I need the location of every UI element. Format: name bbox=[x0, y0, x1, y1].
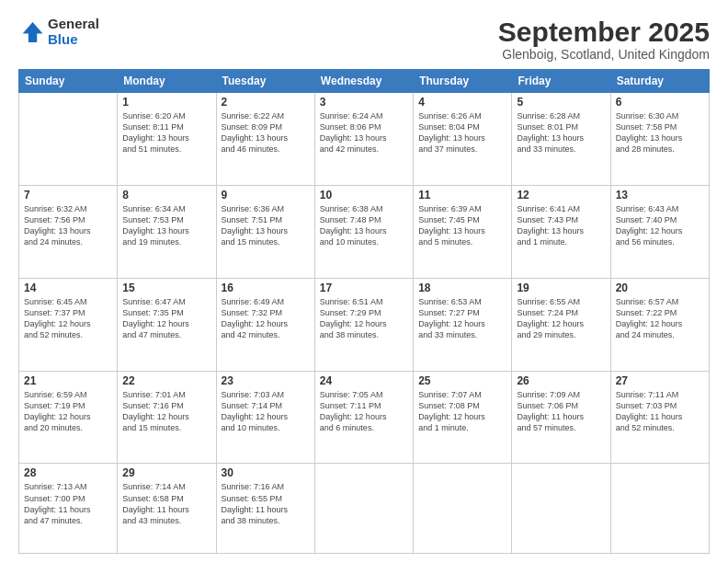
day-info: Sunrise: 7:07 AMSunset: 7:08 PMDaylight:… bbox=[418, 389, 506, 434]
logo-general: General bbox=[48, 17, 99, 32]
day-number: 15 bbox=[122, 282, 210, 294]
col-thursday: Thursday bbox=[414, 70, 512, 93]
location: Glenboig, Scotland, United Kingdom bbox=[498, 47, 710, 62]
table-row: 21Sunrise: 6:59 AMSunset: 7:19 PMDayligh… bbox=[19, 371, 118, 464]
calendar-header-row: Sunday Monday Tuesday Wednesday Thursday… bbox=[19, 70, 710, 93]
day-number: 14 bbox=[24, 282, 112, 294]
logo: General Blue bbox=[18, 17, 99, 47]
day-number: 19 bbox=[517, 282, 605, 294]
logo-icon bbox=[18, 19, 44, 45]
table-row bbox=[414, 464, 512, 554]
day-number: 29 bbox=[122, 466, 210, 479]
day-number: 28 bbox=[24, 466, 112, 479]
table-row: 2Sunrise: 6:22 AMSunset: 8:09 PMDaylight… bbox=[216, 93, 314, 186]
table-row: 5Sunrise: 6:28 AMSunset: 8:01 PMDaylight… bbox=[512, 93, 610, 186]
day-info: Sunrise: 6:20 AMSunset: 8:11 PMDaylight:… bbox=[122, 110, 210, 155]
table-row: 24Sunrise: 7:05 AMSunset: 7:11 PMDayligh… bbox=[314, 371, 413, 464]
month-title: September 2025 bbox=[498, 17, 710, 47]
day-number: 1 bbox=[122, 96, 210, 109]
day-number: 16 bbox=[222, 282, 310, 294]
day-info: Sunrise: 6:41 AMSunset: 7:43 PMDaylight:… bbox=[517, 203, 605, 248]
day-info: Sunrise: 6:30 AMSunset: 7:58 PMDaylight:… bbox=[616, 110, 704, 155]
svg-marker-0 bbox=[23, 22, 43, 42]
day-info: Sunrise: 6:45 AMSunset: 7:37 PMDaylight:… bbox=[24, 296, 112, 341]
day-number: 22 bbox=[122, 374, 210, 387]
day-info: Sunrise: 6:36 AMSunset: 7:51 PMDaylight:… bbox=[222, 203, 310, 248]
header: General Blue September 2025 Glenboig, Sc… bbox=[18, 17, 710, 62]
col-monday: Monday bbox=[118, 70, 216, 93]
day-number: 4 bbox=[418, 96, 506, 109]
table-row: 19Sunrise: 6:55 AMSunset: 7:24 PMDayligh… bbox=[512, 278, 610, 371]
calendar-table: Sunday Monday Tuesday Wednesday Thursday… bbox=[18, 69, 710, 554]
day-info: Sunrise: 7:05 AMSunset: 7:11 PMDaylight:… bbox=[320, 389, 408, 434]
day-number: 7 bbox=[24, 189, 112, 201]
day-info: Sunrise: 7:11 AMSunset: 7:03 PMDaylight:… bbox=[616, 389, 704, 434]
day-number: 3 bbox=[320, 96, 408, 109]
day-info: Sunrise: 7:16 AMSunset: 6:55 PMDaylight:… bbox=[222, 481, 310, 526]
day-info: Sunrise: 6:38 AMSunset: 7:48 PMDaylight:… bbox=[320, 203, 408, 248]
table-row: 30Sunrise: 7:16 AMSunset: 6:55 PMDayligh… bbox=[216, 464, 314, 554]
day-number: 13 bbox=[616, 189, 704, 201]
day-info: Sunrise: 6:28 AMSunset: 8:01 PMDaylight:… bbox=[517, 110, 605, 155]
day-number: 6 bbox=[616, 96, 704, 109]
day-info: Sunrise: 7:14 AMSunset: 6:58 PMDaylight:… bbox=[122, 481, 210, 526]
day-info: Sunrise: 6:51 AMSunset: 7:29 PMDaylight:… bbox=[320, 296, 408, 341]
day-info: Sunrise: 6:32 AMSunset: 7:56 PMDaylight:… bbox=[24, 203, 112, 248]
page: General Blue September 2025 Glenboig, Sc… bbox=[0, 0, 728, 563]
col-wednesday: Wednesday bbox=[314, 70, 413, 93]
day-info: Sunrise: 6:53 AMSunset: 7:27 PMDaylight:… bbox=[418, 296, 506, 341]
table-row: 20Sunrise: 6:57 AMSunset: 7:22 PMDayligh… bbox=[610, 278, 709, 371]
day-number: 12 bbox=[517, 189, 605, 201]
day-info: Sunrise: 6:47 AMSunset: 7:35 PMDaylight:… bbox=[122, 296, 210, 341]
day-info: Sunrise: 7:03 AMSunset: 7:14 PMDaylight:… bbox=[222, 389, 310, 434]
day-info: Sunrise: 6:49 AMSunset: 7:32 PMDaylight:… bbox=[222, 296, 310, 341]
table-row: 14Sunrise: 6:45 AMSunset: 7:37 PMDayligh… bbox=[19, 278, 118, 371]
day-number: 23 bbox=[222, 374, 310, 387]
table-row bbox=[610, 464, 709, 554]
day-number: 2 bbox=[222, 96, 310, 109]
day-info: Sunrise: 6:39 AMSunset: 7:45 PMDaylight:… bbox=[418, 203, 506, 248]
logo-blue: Blue bbox=[48, 32, 99, 48]
table-row: 1Sunrise: 6:20 AMSunset: 8:11 PMDaylight… bbox=[118, 93, 216, 186]
day-number: 30 bbox=[222, 466, 310, 479]
day-info: Sunrise: 6:24 AMSunset: 8:06 PMDaylight:… bbox=[320, 110, 408, 155]
table-row: 12Sunrise: 6:41 AMSunset: 7:43 PMDayligh… bbox=[512, 185, 610, 278]
table-row: 27Sunrise: 7:11 AMSunset: 7:03 PMDayligh… bbox=[610, 371, 709, 464]
table-row: 15Sunrise: 6:47 AMSunset: 7:35 PMDayligh… bbox=[118, 278, 216, 371]
day-info: Sunrise: 6:34 AMSunset: 7:53 PMDaylight:… bbox=[122, 203, 210, 248]
col-tuesday: Tuesday bbox=[216, 70, 314, 93]
table-row: 7Sunrise: 6:32 AMSunset: 7:56 PMDaylight… bbox=[19, 185, 118, 278]
day-info: Sunrise: 7:01 AMSunset: 7:16 PMDaylight:… bbox=[122, 389, 210, 434]
table-row: 28Sunrise: 7:13 AMSunset: 7:00 PMDayligh… bbox=[19, 464, 118, 554]
table-row: 16Sunrise: 6:49 AMSunset: 7:32 PMDayligh… bbox=[216, 278, 314, 371]
day-number: 9 bbox=[222, 189, 310, 201]
day-info: Sunrise: 7:13 AMSunset: 7:00 PMDaylight:… bbox=[24, 481, 112, 526]
table-row: 11Sunrise: 6:39 AMSunset: 7:45 PMDayligh… bbox=[414, 185, 512, 278]
col-sunday: Sunday bbox=[19, 70, 118, 93]
table-row: 26Sunrise: 7:09 AMSunset: 7:06 PMDayligh… bbox=[512, 371, 610, 464]
table-row: 10Sunrise: 6:38 AMSunset: 7:48 PMDayligh… bbox=[314, 185, 413, 278]
day-number: 26 bbox=[517, 374, 605, 387]
table-row: 25Sunrise: 7:07 AMSunset: 7:08 PMDayligh… bbox=[414, 371, 512, 464]
day-number: 11 bbox=[418, 189, 506, 201]
day-number: 17 bbox=[320, 282, 408, 294]
table-row: 18Sunrise: 6:53 AMSunset: 7:27 PMDayligh… bbox=[414, 278, 512, 371]
day-number: 18 bbox=[418, 282, 506, 294]
table-row bbox=[19, 93, 118, 186]
table-row: 9Sunrise: 6:36 AMSunset: 7:51 PMDaylight… bbox=[216, 185, 314, 278]
table-row: 8Sunrise: 6:34 AMSunset: 7:53 PMDaylight… bbox=[118, 185, 216, 278]
col-saturday: Saturday bbox=[610, 70, 709, 93]
table-row: 6Sunrise: 6:30 AMSunset: 7:58 PMDaylight… bbox=[610, 93, 709, 186]
table-row: 3Sunrise: 6:24 AMSunset: 8:06 PMDaylight… bbox=[314, 93, 413, 186]
table-row bbox=[512, 464, 610, 554]
day-number: 5 bbox=[517, 96, 605, 109]
title-block: September 2025 Glenboig, Scotland, Unite… bbox=[498, 17, 710, 62]
day-info: Sunrise: 6:57 AMSunset: 7:22 PMDaylight:… bbox=[616, 296, 704, 341]
day-number: 27 bbox=[616, 374, 704, 387]
day-info: Sunrise: 7:09 AMSunset: 7:06 PMDaylight:… bbox=[517, 389, 605, 434]
table-row: 4Sunrise: 6:26 AMSunset: 8:04 PMDaylight… bbox=[414, 93, 512, 186]
day-number: 8 bbox=[122, 189, 210, 201]
col-friday: Friday bbox=[512, 70, 610, 93]
day-number: 20 bbox=[616, 282, 704, 294]
logo-text: General Blue bbox=[48, 17, 99, 47]
